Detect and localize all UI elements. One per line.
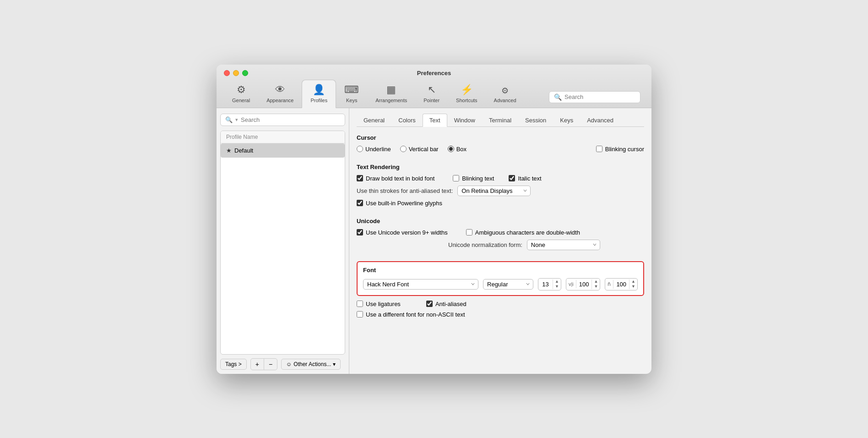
tab-window[interactable]: Window — [447, 114, 482, 126]
toolbar-item-profiles[interactable]: 👤 Profiles — [302, 80, 336, 108]
powerline-option[interactable]: Use built-in Powerline glyphs — [357, 200, 442, 207]
toolbar-item-general[interactable]: ⚙ General — [224, 80, 258, 108]
sidebar-search-input[interactable] — [241, 116, 340, 123]
tab-general[interactable]: General — [357, 114, 391, 126]
toolbar-item-arrangements[interactable]: ▦ Arrangements — [367, 80, 415, 108]
italic-text-checkbox[interactable] — [509, 175, 515, 181]
ligatures-option[interactable]: Use ligatures — [357, 301, 401, 307]
tab-keys[interactable]: Keys — [553, 114, 580, 126]
tags-button[interactable]: Tags > — [220, 359, 247, 370]
toolbar-label-shortcuts: Shortcuts — [456, 98, 477, 103]
minimize-button[interactable] — [233, 70, 239, 76]
cursor-box-radio[interactable] — [448, 146, 454, 152]
sidebar-search-bar[interactable]: 🔍 ▾ — [220, 114, 345, 126]
n-arrows[interactable]: ▲ ▼ — [629, 279, 637, 290]
non-ascii-row: Use a different font for non-ASCII text — [357, 311, 644, 318]
footer-actions: + − — [250, 358, 277, 370]
italic-text-option[interactable]: Italic text — [509, 175, 541, 182]
cursor-vertical-bar-radio[interactable] — [400, 146, 407, 152]
cursor-vertical-bar-label: Vertical bar — [409, 146, 439, 153]
toolbar-label-profiles: Profiles — [310, 98, 327, 103]
n-down-arrow[interactable]: ▼ — [631, 284, 635, 290]
font-size-up-arrow[interactable]: ▲ — [555, 279, 559, 285]
tab-colors[interactable]: Colors — [391, 114, 423, 126]
ambiguous-checkbox[interactable] — [466, 229, 472, 235]
toolbar-label-advanced: Advanced — [494, 98, 516, 103]
blinking-cursor-wrap: Blinking cursor — [596, 146, 644, 153]
cursor-section: Cursor Underline Vertical bar — [357, 134, 644, 156]
profile-list: Profile Name ★ Default — [220, 131, 345, 355]
cursor-underline-option[interactable]: Underline — [357, 146, 391, 153]
toolbar-item-keys[interactable]: ⌨ Keys — [336, 80, 367, 108]
non-ascii-checkbox[interactable] — [357, 311, 363, 318]
font-row: Hack Nerd Font Regular 13 ▲ ▼ v|i — [363, 278, 638, 290]
remove-profile-button[interactable]: − — [264, 359, 277, 370]
font-name-dropdown[interactable]: Hack Nerd Font — [363, 279, 478, 290]
tab-advanced[interactable]: Advanced — [580, 114, 620, 126]
list-item[interactable]: ★ Default — [221, 143, 345, 158]
sidebar-search-icon: 🔍 — [225, 116, 233, 123]
close-button[interactable] — [224, 70, 230, 76]
cursor-underline-radio[interactable] — [357, 146, 363, 152]
toolbar-item-advanced[interactable]: ⚙ Advanced — [486, 82, 525, 108]
unicode-norm-dropdown[interactable]: None NFC NFD — [527, 240, 600, 250]
tab-session[interactable]: Session — [518, 114, 553, 126]
search-icon: 🔍 — [554, 93, 562, 101]
right-panel: General Colors Text Window Terminal Sess… — [349, 108, 651, 374]
font-section: Font Hack Nerd Font Regular 13 ▲ ▼ — [357, 261, 644, 296]
non-ascii-label: Use a different font for non-ASCII text — [366, 311, 465, 318]
draw-bold-option[interactable]: Draw bold text in bold font — [357, 175, 434, 182]
vli-down-arrow[interactable]: ▼ — [594, 284, 598, 290]
unicode-version-checkbox[interactable] — [357, 229, 363, 235]
toolbar-item-shortcuts[interactable]: ⚡ Shortcuts — [448, 80, 485, 108]
blinking-cursor-option[interactable]: Blinking cursor — [596, 146, 644, 153]
add-profile-button[interactable]: + — [251, 359, 264, 370]
font-size-down-arrow[interactable]: ▼ — [555, 284, 559, 290]
font-size-arrows[interactable]: ▲ ▼ — [553, 279, 561, 290]
font-size-spinbox[interactable]: 13 ▲ ▼ — [538, 278, 561, 290]
toolbar-search-input[interactable] — [564, 93, 635, 100]
toolbar-label-general: General — [232, 98, 250, 103]
vli-arrows[interactable]: ▲ ▼ — [592, 279, 600, 290]
vli-up-arrow[interactable]: ▲ — [594, 279, 598, 285]
toolbar-item-appearance[interactable]: 👁 Appearance — [258, 80, 302, 108]
maximize-button[interactable] — [242, 70, 248, 76]
cursor-vertical-bar-option[interactable]: Vertical bar — [400, 146, 439, 153]
tab-text[interactable]: Text — [423, 114, 447, 127]
non-ascii-option[interactable]: Use a different font for non-ASCII text — [357, 311, 465, 318]
n-spinbox[interactable]: n̄ 100 ▲ ▼ — [605, 278, 638, 290]
draw-bold-checkbox[interactable] — [357, 175, 363, 181]
ligatures-checkbox[interactable] — [357, 301, 363, 307]
tab-terminal[interactable]: Terminal — [482, 114, 518, 126]
unicode-version-option[interactable]: Use Unicode version 9+ widths — [357, 229, 448, 236]
main-content: 🔍 ▾ Profile Name ★ Default Tags > + − ☺ — [217, 108, 651, 374]
window-title: Preferences — [417, 70, 451, 77]
text-rendering-section: Text Rendering Draw bold text in bold fo… — [357, 164, 644, 210]
thin-strokes-row: Use thin strokes for anti-aliased text: … — [357, 186, 644, 196]
toolbar-label-arrangements: Arrangements — [375, 98, 407, 103]
n-up-arrow[interactable]: ▲ — [631, 279, 635, 285]
titlebar: Preferences ⚙ General 👁 Appearance 👤 Pro… — [217, 65, 651, 108]
toolbar-item-pointer[interactable]: ↖ Pointer — [415, 80, 448, 108]
other-actions-button[interactable]: ☺ Other Actions... ▾ — [281, 359, 341, 370]
anti-aliased-checkbox[interactable] — [426, 301, 433, 307]
pointer-icon: ↖ — [428, 84, 436, 96]
cursor-box-option[interactable]: Box — [448, 146, 467, 153]
unicode-norm-row: Unicode normalization form: None NFC NFD — [448, 240, 644, 250]
toolbar-search-wrap: 🔍 — [549, 91, 640, 103]
italic-text-label: Italic text — [518, 175, 541, 182]
vli-spinbox[interactable]: v|i 100 ▲ ▼ — [566, 278, 600, 290]
toolbar-search-bar[interactable]: 🔍 — [549, 91, 640, 103]
thin-strokes-dropdown[interactable]: On Retina Displays Always Never — [457, 186, 531, 196]
cursor-options-row: Underline Vertical bar Box — [357, 146, 644, 153]
anti-aliased-option[interactable]: Anti-aliased — [426, 301, 467, 307]
blinking-cursor-checkbox[interactable] — [596, 146, 602, 152]
powerline-checkbox[interactable] — [357, 200, 363, 206]
ambiguous-option[interactable]: Ambiguous characters are double-width — [466, 229, 580, 236]
blinking-text-option[interactable]: Blinking text — [453, 175, 494, 182]
font-style-dropdown[interactable]: Regular — [483, 279, 533, 290]
toolbar-label-pointer: Pointer — [423, 98, 439, 103]
unicode-row1: Use Unicode version 9+ widths Ambiguous … — [357, 229, 644, 236]
tabs: General Colors Text Window Terminal Sess… — [357, 114, 644, 127]
blinking-text-checkbox[interactable] — [453, 175, 459, 181]
